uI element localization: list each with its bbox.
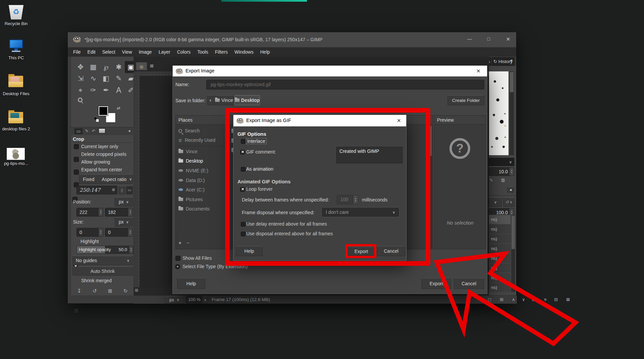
size-w-spinner[interactable]: 0 ▲▼ bbox=[76, 228, 103, 237]
desktop-icon-this-pc[interactable]: This PC bbox=[0, 38, 32, 64]
brush-scrollbar[interactable] bbox=[509, 71, 514, 155]
breadcrumb-vince[interactable]: Vince bbox=[214, 95, 234, 105]
scrollbar-thumb[interactable] bbox=[512, 216, 515, 249]
spin-down-icon[interactable]: ▼ bbox=[511, 213, 513, 215]
free-select-tool-icon[interactable]: ℘ bbox=[100, 61, 112, 73]
tab-close-icon[interactable]: ⊠ bbox=[150, 63, 154, 68]
statusbar-icon-1[interactable]: ◻ bbox=[488, 297, 491, 302]
brush-preview[interactable]: + + + bbox=[489, 71, 508, 155]
easel-icon[interactable]: ▭ bbox=[74, 128, 83, 134]
export-dialog-export-button[interactable]: Export bbox=[422, 278, 451, 289]
foreground-color-swatch[interactable] bbox=[99, 106, 108, 116]
menu-help[interactable]: Help bbox=[257, 47, 273, 57]
place-acer[interactable]: Acer (C:) bbox=[178, 187, 205, 192]
statusbar-icon-5[interactable]: ⊡ bbox=[532, 297, 536, 302]
landscape-icon[interactable]: ▭ bbox=[126, 186, 133, 194]
spin-down-icon[interactable]: ▼ bbox=[130, 250, 132, 252]
fixed-mode-dropdown[interactable]: Fixed Aspect ratio ∨ bbox=[79, 174, 133, 184]
minimize-button[interactable]: — bbox=[462, 36, 477, 42]
statusbar-icon-6[interactable]: ≡ bbox=[544, 297, 547, 302]
layer-row[interactable]: ns) bbox=[489, 263, 511, 273]
desktop-icon-recycle-bin[interactable]: ♻ Recycle Bin bbox=[0, 2, 32, 30]
dock-collapse-icon[interactable]: ◀ bbox=[510, 59, 512, 62]
spin-down-icon[interactable]: ▼ bbox=[100, 212, 102, 215]
spin-up-icon[interactable]: ▲ bbox=[100, 210, 102, 212]
layer-row[interactable]: ns) bbox=[489, 244, 511, 253]
image-tab[interactable] bbox=[136, 62, 147, 70]
layer-row[interactable]: ns) bbox=[489, 283, 511, 292]
export-dialog-titlebar[interactable]: Export Image ✕ bbox=[173, 66, 487, 76]
place-search[interactable]: Search bbox=[178, 128, 200, 133]
tool-options-tab-icon[interactable]: ✎ bbox=[85, 129, 89, 133]
text-tool-icon[interactable]: A bbox=[113, 84, 125, 96]
spin-up-icon[interactable]: ▲ bbox=[129, 210, 131, 212]
restore-tool-preset-icon[interactable]: ↺ bbox=[93, 288, 97, 294]
bucket-fill-tool-icon[interactable]: ◧ bbox=[100, 73, 112, 84]
layer-row[interactable]: ns) bbox=[489, 254, 511, 263]
export-dialog-help-button[interactable]: Help bbox=[177, 278, 205, 289]
place-recently-used[interactable]: ≣ Recently Used bbox=[178, 137, 215, 143]
delete-cropped-pixels-checkbox[interactable] bbox=[74, 157, 79, 162]
statusbar-icon-8[interactable]: ⊠ bbox=[566, 297, 570, 302]
current-layer-only-checkbox[interactable] bbox=[74, 144, 79, 149]
transform-tool-icon[interactable]: ⇲ bbox=[74, 73, 87, 84]
menu-colors[interactable]: Colors bbox=[174, 47, 194, 57]
guides-dropdown[interactable]: No guides ∨ bbox=[72, 256, 133, 265]
layer-row[interactable]: ns) bbox=[489, 215, 511, 224]
highlight-opacity-slider[interactable]: Highlight opacity 50.0 ▲▼ bbox=[76, 246, 133, 254]
dialog-close-icon[interactable]: ✕ bbox=[476, 68, 481, 74]
zoom-tool-icon[interactable] bbox=[78, 98, 83, 102]
place-desktop[interactable]: Desktop bbox=[178, 158, 203, 164]
layer-mode-reset-dropdown[interactable]: ↺ ∨ bbox=[503, 197, 515, 207]
statusbar-icon-7[interactable]: ⊟ bbox=[554, 297, 558, 302]
auto-shrink-button[interactable]: Auto Shrink bbox=[72, 266, 133, 276]
statusbar-icon-2[interactable]: ⊞ bbox=[500, 297, 503, 302]
export-dialog-cancel-button[interactable]: Cancel bbox=[454, 278, 484, 289]
close-button[interactable]: ✕ bbox=[500, 36, 516, 42]
menu-file[interactable]: File bbox=[70, 47, 84, 57]
reset-tool-options-icon[interactable]: ↻ bbox=[123, 288, 128, 294]
desktop-icon-desktop-files[interactable]: Desktop FIles bbox=[0, 74, 32, 101]
places-header[interactable]: Places bbox=[175, 115, 226, 125]
file-type-expander-icon[interactable]: + bbox=[175, 264, 180, 269]
spin-up-icon[interactable]: ▲ bbox=[129, 230, 131, 232]
zoom-field[interactable]: 100 % bbox=[186, 296, 202, 303]
allow-growing-checkbox[interactable] bbox=[74, 170, 79, 175]
statusbar-icon-3[interactable]: ∧ bbox=[512, 297, 515, 302]
add-place-icon[interactable]: + bbox=[178, 240, 181, 246]
layer-row[interactable]: ns) bbox=[489, 234, 511, 243]
menu-edit[interactable]: Edit bbox=[84, 47, 99, 57]
position-y-spinner[interactable]: 182 ▲▼ bbox=[105, 208, 133, 217]
fuzzy-select-tool-icon[interactable]: ✱ bbox=[113, 61, 125, 73]
spin-down-icon[interactable]: ▼ bbox=[129, 212, 131, 215]
place-documents[interactable]: Documents bbox=[178, 206, 210, 212]
spin-down-icon[interactable]: ▼ bbox=[100, 232, 102, 235]
place-vince[interactable]: Vince bbox=[178, 149, 198, 154]
smudge-tool-icon[interactable]: ✑ bbox=[87, 84, 99, 96]
ink-tool-icon[interactable]: ✒ bbox=[100, 84, 112, 96]
save-tool-preset-icon[interactable]: ↧ bbox=[77, 288, 82, 294]
clone-tool-icon[interactable]: ⌖ bbox=[74, 84, 87, 96]
menu-windows[interactable]: Windows bbox=[231, 47, 257, 57]
layer-row[interactable]: ns) bbox=[489, 273, 511, 282]
spin-up-icon[interactable]: ▲ bbox=[511, 169, 513, 172]
rect-select-tool-icon[interactable]: ▦ bbox=[87, 61, 99, 73]
brush-edit-icon[interactable]: ✎ bbox=[490, 178, 493, 183]
delete-tool-preset-icon[interactable]: ⊠ bbox=[108, 288, 112, 294]
breadcrumb-desktop[interactable]: Desktop bbox=[234, 95, 260, 105]
brush-size-spinner[interactable]: 10.0 ▲▼ bbox=[489, 167, 514, 176]
remove-place-icon[interactable]: − bbox=[186, 240, 190, 246]
show-all-files-checkbox[interactable] bbox=[175, 256, 180, 261]
create-folder-button[interactable]: Create Folder bbox=[447, 95, 484, 105]
warp-tool-icon[interactable]: ∿ bbox=[87, 73, 99, 84]
menu-filters[interactable]: Filters bbox=[212, 47, 231, 57]
size-h-spinner[interactable]: 0 ▲▼ bbox=[105, 228, 133, 237]
collapse-icon[interactable]: ◀ bbox=[128, 129, 130, 132]
gimp-titlebar[interactable]: *[pg-tips-monkey] (imported)-2.0 (RGB co… bbox=[68, 32, 516, 47]
paintbrush-tool-icon[interactable]: ✎ bbox=[113, 73, 125, 84]
undo-history-tab-icon[interactable]: ↶ bbox=[92, 129, 95, 133]
quick-mask-icon[interactable]: ⊞ bbox=[135, 288, 138, 293]
menu-image[interactable]: Image bbox=[136, 47, 155, 57]
move-tool-icon[interactable]: ✥ bbox=[74, 61, 87, 73]
clear-icon[interactable]: ⊗ bbox=[112, 187, 115, 192]
